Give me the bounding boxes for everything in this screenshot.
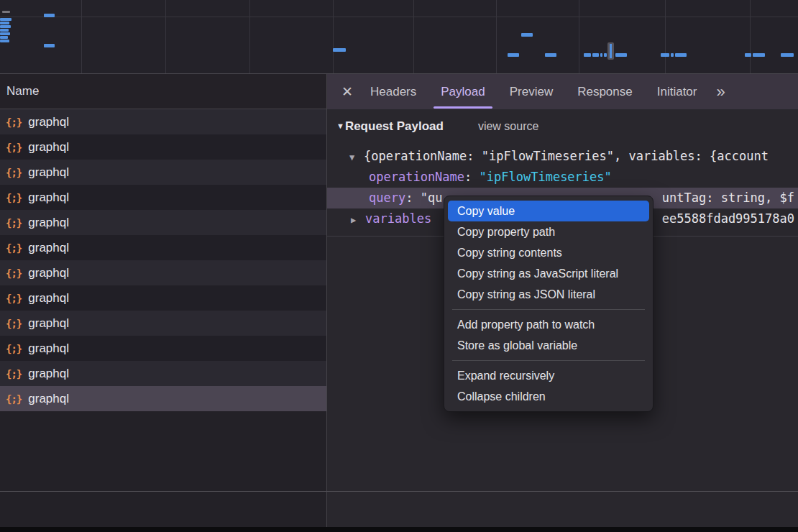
network-request-bar [781, 53, 794, 57]
request-row[interactable]: {;}graphql [0, 285, 326, 311]
network-request-bar [0, 29, 9, 32]
request-name-label: graphql [28, 241, 69, 255]
timeline-grid-line [249, 0, 250, 73]
network-request-bar [671, 53, 674, 57]
property-value-right: untTag: string, $f [662, 188, 794, 208]
request-row[interactable]: {;}graphql [0, 109, 326, 134]
property-value-right: ee5588fdad995178a0 [662, 208, 794, 229]
network-request-bar [615, 53, 627, 57]
key-separator: : [464, 170, 479, 184]
network-request-bar [661, 53, 669, 57]
request-row[interactable]: {;}graphql [0, 134, 326, 160]
request-row[interactable]: {;}graphql [0, 336, 326, 361]
context-menu-item-copy-property-path[interactable]: Copy property path [448, 221, 649, 242]
json-braces-icon: {;} [6, 217, 22, 229]
request-row[interactable]: {;}graphql [0, 160, 326, 185]
view-source-link[interactable]: view source [478, 120, 538, 132]
network-request-bar [0, 25, 11, 28]
selected-request-bar [610, 44, 612, 58]
network-request-bar [0, 22, 9, 24]
json-braces-icon: {;} [6, 343, 22, 354]
tab-overflow-icon[interactable]: » [716, 83, 725, 101]
request-row[interactable]: {;}graphql [0, 210, 326, 235]
network-request-bar [592, 53, 599, 57]
json-braces-icon: {;} [6, 368, 22, 380]
request-name-label: graphql [28, 216, 69, 230]
overview-row-divider [0, 17, 798, 17]
property-key: variables [365, 211, 431, 226]
context-menu-item-collapse-children[interactable]: Collapse children [448, 386, 649, 407]
section-collapse-icon[interactable]: ▼ [336, 121, 344, 130]
json-braces-icon: {;} [6, 192, 22, 203]
root-preview-text: {operationName: "ipFlowTimeseries", vari… [364, 149, 769, 163]
network-request-bar [675, 53, 687, 57]
request-row[interactable]: {;}graphql [0, 260, 326, 285]
context-menu-item-copy-string-as-javascript-literal[interactable]: Copy string as JavaScript literal [448, 263, 649, 284]
network-request-bar [333, 48, 346, 52]
request-payload-header[interactable]: ▼Request Payloadview source [336, 119, 538, 134]
request-name-label: graphql [28, 191, 69, 205]
context-menu-item-expand-recursively[interactable]: Expand recursively [448, 365, 649, 386]
property-value: "ipFlowTimeseries" [480, 170, 612, 184]
request-name-label: graphql [28, 367, 69, 381]
timeline-grid-line [81, 0, 82, 73]
overview-timeline[interactable] [0, 0, 798, 74]
key-separator: : [405, 191, 420, 205]
expand-arrow-icon[interactable]: ▶ [351, 210, 365, 229]
request-name-label: graphql [28, 140, 69, 155]
timeline-grid-line [413, 0, 414, 73]
active-tab-underline [434, 106, 492, 109]
request-row[interactable]: {;}graphql [0, 311, 326, 336]
timeline-grid-line [165, 0, 166, 73]
operation-name-row[interactable]: operationName: "ipFlowTimeseries" [327, 167, 798, 188]
request-row[interactable]: {;}graphql [0, 361, 326, 386]
payload-root-row[interactable]: ▼{operationName: "ipFlowTimeseries", var… [327, 146, 798, 167]
network-request-bar [753, 53, 765, 57]
json-braces-icon: {;} [6, 267, 22, 279]
devtools-network-panel: Name {;}graphql{;}graphql{;}graphql{;}gr… [0, 0, 798, 532]
network-request-bar [745, 53, 751, 57]
tab-preview[interactable]: Preview [497, 74, 565, 109]
selected-request-marker [607, 42, 614, 60]
json-braces-icon: {;} [6, 293, 22, 304]
timeline-grid-line [665, 0, 666, 73]
request-name-label: graphql [28, 266, 69, 280]
network-request-bar [0, 18, 12, 21]
network-request-bar [584, 53, 591, 57]
request-row[interactable]: {;}graphql [0, 185, 326, 210]
tab-headers[interactable]: Headers [358, 74, 428, 109]
request-list: {;}graphql{;}graphql{;}graphql{;}graphql… [0, 109, 326, 411]
context-menu-item-store-as-global-variable[interactable]: Store as global variable [448, 335, 649, 356]
collapse-arrow-icon[interactable]: ▼ [349, 147, 364, 167]
request-name-label: graphql [28, 392, 69, 406]
network-request-bar [0, 32, 10, 35]
request-name-label: graphql [28, 341, 69, 356]
network-request-bar [521, 33, 533, 37]
tab-payload[interactable]: Payload [428, 74, 497, 109]
network-request-bar [600, 53, 602, 57]
context-menu-item-copy-value[interactable]: Copy value [448, 201, 649, 221]
menu-separator [452, 360, 645, 361]
request-name-label: graphql [28, 115, 69, 129]
request-name-label: graphql [28, 316, 69, 331]
json-braces-icon: {;} [6, 242, 22, 254]
json-braces-icon: {;} [6, 142, 22, 153]
property-key: query [369, 191, 405, 205]
timeline-grid-line [496, 0, 497, 73]
tabs: HeadersPayloadPreviewResponseInitiator [358, 74, 709, 109]
summary-divider [0, 491, 798, 492]
timeline-grid-line [333, 0, 334, 73]
context-menu-item-copy-string-as-json-literal[interactable]: Copy string as JSON literal [448, 284, 649, 305]
window-bottom-edge [0, 527, 798, 532]
request-row[interactable]: {;}graphql [0, 386, 326, 411]
network-request-bar [44, 14, 55, 17]
tab-response[interactable]: Response [565, 74, 645, 109]
close-icon[interactable]: ✕ [336, 83, 358, 100]
network-request-bar [0, 40, 9, 42]
tab-initiator[interactable]: Initiator [645, 74, 710, 109]
request-row[interactable]: {;}graphql [0, 235, 326, 260]
context-menu-item-copy-string-contents[interactable]: Copy string contents [448, 242, 649, 263]
column-header-name[interactable]: Name [0, 74, 326, 109]
context-menu-item-add-property-path-to-watch[interactable]: Add property path to watch [448, 314, 649, 335]
property-value-left: "qu [421, 191, 443, 205]
